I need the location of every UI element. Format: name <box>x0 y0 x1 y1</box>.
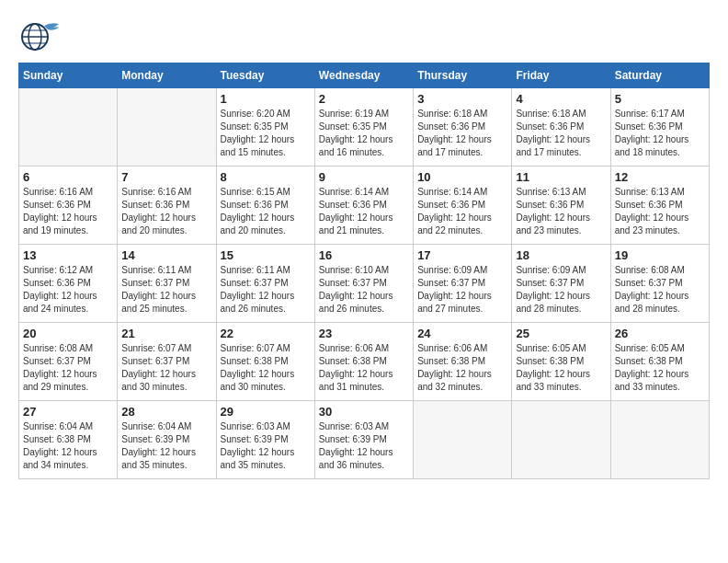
day-info: Sunrise: 6:13 AMSunset: 6:36 PMDaylight:… <box>615 186 705 237</box>
calendar-week-row: 27Sunrise: 6:04 AMSunset: 6:38 PMDayligh… <box>19 401 710 479</box>
day-number: 20 <box>23 327 113 340</box>
day-info: Sunrise: 6:07 AMSunset: 6:38 PMDaylight:… <box>221 342 311 394</box>
calendar-cell: 28Sunrise: 6:04 AMSunset: 6:39 PMDayligh… <box>118 401 216 479</box>
day-number: 3 <box>417 92 507 106</box>
calendar-cell: 25Sunrise: 6:05 AMSunset: 6:38 PMDayligh… <box>512 323 610 401</box>
weekday-header-thursday: Thursday <box>414 63 512 88</box>
calendar-week-row: 6Sunrise: 6:16 AMSunset: 6:36 PMDaylight… <box>19 167 710 245</box>
weekday-header-wednesday: Wednesday <box>314 63 413 88</box>
day-info: Sunrise: 6:06 AMSunset: 6:38 PMDaylight:… <box>319 342 409 394</box>
day-info: Sunrise: 6:19 AMSunset: 6:35 PMDaylight:… <box>319 108 409 159</box>
calendar-cell: 3Sunrise: 6:18 AMSunset: 6:36 PMDaylight… <box>414 88 512 167</box>
calendar-cell: 9Sunrise: 6:14 AMSunset: 6:36 PMDaylight… <box>314 167 413 245</box>
day-info: Sunrise: 6:05 AMSunset: 6:38 PMDaylight:… <box>516 342 606 394</box>
calendar-cell: 13Sunrise: 6:12 AMSunset: 6:36 PMDayligh… <box>19 245 118 323</box>
day-info: Sunrise: 6:04 AMSunset: 6:38 PMDaylight:… <box>23 420 113 472</box>
day-number: 5 <box>615 92 705 106</box>
day-info: Sunrise: 6:09 AMSunset: 6:37 PMDaylight:… <box>516 264 606 316</box>
calendar-cell: 2Sunrise: 6:19 AMSunset: 6:35 PMDaylight… <box>314 88 413 167</box>
calendar-cell: 11Sunrise: 6:13 AMSunset: 6:36 PMDayligh… <box>512 167 610 245</box>
day-number: 9 <box>319 170 409 184</box>
calendar-cell <box>118 88 216 167</box>
day-number: 13 <box>23 248 113 262</box>
day-info: Sunrise: 6:11 AMSunset: 6:37 PMDaylight:… <box>121 264 211 316</box>
day-info: Sunrise: 6:18 AMSunset: 6:36 PMDaylight:… <box>417 108 507 159</box>
calendar-cell: 12Sunrise: 6:13 AMSunset: 6:36 PMDayligh… <box>610 167 709 245</box>
day-number: 28 <box>121 405 211 419</box>
day-number: 10 <box>417 170 507 184</box>
day-number: 25 <box>516 327 606 340</box>
logo-icon <box>18 18 63 53</box>
day-number: 18 <box>516 248 606 262</box>
day-number: 1 <box>221 92 311 106</box>
day-number: 30 <box>319 405 409 419</box>
calendar-cell: 17Sunrise: 6:09 AMSunset: 6:37 PMDayligh… <box>414 245 512 323</box>
day-number: 21 <box>121 327 211 340</box>
weekday-header-monday: Monday <box>118 63 216 88</box>
page-header <box>18 18 710 53</box>
calendar-cell: 7Sunrise: 6:16 AMSunset: 6:36 PMDaylight… <box>118 167 216 245</box>
day-info: Sunrise: 6:03 AMSunset: 6:39 PMDaylight:… <box>319 420 409 472</box>
day-info: Sunrise: 6:16 AMSunset: 6:36 PMDaylight:… <box>23 186 113 237</box>
day-info: Sunrise: 6:08 AMSunset: 6:37 PMDaylight:… <box>23 342 113 394</box>
day-number: 23 <box>319 327 409 340</box>
calendar-week-row: 13Sunrise: 6:12 AMSunset: 6:36 PMDayligh… <box>19 245 710 323</box>
calendar-cell: 21Sunrise: 6:07 AMSunset: 6:37 PMDayligh… <box>118 323 216 401</box>
calendar-cell: 27Sunrise: 6:04 AMSunset: 6:38 PMDayligh… <box>19 401 118 479</box>
calendar-cell: 24Sunrise: 6:06 AMSunset: 6:38 PMDayligh… <box>414 323 512 401</box>
day-info: Sunrise: 6:11 AMSunset: 6:37 PMDaylight:… <box>221 264 311 316</box>
calendar-cell: 26Sunrise: 6:05 AMSunset: 6:38 PMDayligh… <box>610 323 709 401</box>
day-info: Sunrise: 6:12 AMSunset: 6:36 PMDaylight:… <box>23 264 113 316</box>
day-number: 8 <box>221 170 311 184</box>
weekday-header-friday: Friday <box>512 63 610 88</box>
calendar-cell: 30Sunrise: 6:03 AMSunset: 6:39 PMDayligh… <box>314 401 413 479</box>
day-number: 2 <box>319 92 409 106</box>
calendar-cell: 16Sunrise: 6:10 AMSunset: 6:37 PMDayligh… <box>314 245 413 323</box>
day-info: Sunrise: 6:06 AMSunset: 6:38 PMDaylight:… <box>417 342 507 394</box>
calendar-cell: 14Sunrise: 6:11 AMSunset: 6:37 PMDayligh… <box>118 245 216 323</box>
calendar-header-row: SundayMondayTuesdayWednesdayThursdayFrid… <box>19 63 710 88</box>
calendar-cell: 4Sunrise: 6:18 AMSunset: 6:36 PMDaylight… <box>512 88 610 167</box>
calendar-cell: 5Sunrise: 6:17 AMSunset: 6:36 PMDaylight… <box>610 88 709 167</box>
day-number: 11 <box>516 170 606 184</box>
calendar-cell: 19Sunrise: 6:08 AMSunset: 6:37 PMDayligh… <box>610 245 709 323</box>
calendar-cell: 1Sunrise: 6:20 AMSunset: 6:35 PMDaylight… <box>216 88 314 167</box>
calendar-cell <box>414 401 512 479</box>
calendar-cell <box>512 401 610 479</box>
day-info: Sunrise: 6:05 AMSunset: 6:38 PMDaylight:… <box>615 342 705 394</box>
day-info: Sunrise: 6:03 AMSunset: 6:39 PMDaylight:… <box>221 420 311 472</box>
day-number: 24 <box>417 327 507 340</box>
calendar-cell: 8Sunrise: 6:15 AMSunset: 6:36 PMDaylight… <box>216 167 314 245</box>
day-info: Sunrise: 6:09 AMSunset: 6:37 PMDaylight:… <box>417 264 507 316</box>
day-number: 29 <box>221 405 311 419</box>
calendar-cell: 23Sunrise: 6:06 AMSunset: 6:38 PMDayligh… <box>314 323 413 401</box>
weekday-header-tuesday: Tuesday <box>216 63 314 88</box>
day-number: 12 <box>615 170 705 184</box>
weekday-header-sunday: Sunday <box>19 63 118 88</box>
day-number: 17 <box>417 248 507 262</box>
day-info: Sunrise: 6:08 AMSunset: 6:37 PMDaylight:… <box>615 264 705 316</box>
calendar-table: SundayMondayTuesdayWednesdayThursdayFrid… <box>18 63 710 479</box>
day-number: 7 <box>121 170 211 184</box>
calendar-week-row: 20Sunrise: 6:08 AMSunset: 6:37 PMDayligh… <box>19 323 710 401</box>
day-number: 27 <box>23 405 113 419</box>
calendar-cell <box>19 88 118 167</box>
calendar-week-row: 1Sunrise: 6:20 AMSunset: 6:35 PMDaylight… <box>19 88 710 167</box>
day-number: 4 <box>516 92 606 106</box>
day-number: 26 <box>615 327 705 340</box>
day-info: Sunrise: 6:13 AMSunset: 6:36 PMDaylight:… <box>516 186 606 237</box>
day-info: Sunrise: 6:18 AMSunset: 6:36 PMDaylight:… <box>516 108 606 159</box>
calendar-cell: 20Sunrise: 6:08 AMSunset: 6:37 PMDayligh… <box>19 323 118 401</box>
day-info: Sunrise: 6:14 AMSunset: 6:36 PMDaylight:… <box>417 186 507 237</box>
day-info: Sunrise: 6:15 AMSunset: 6:36 PMDaylight:… <box>221 186 311 237</box>
day-number: 19 <box>615 248 705 262</box>
day-info: Sunrise: 6:10 AMSunset: 6:37 PMDaylight:… <box>319 264 409 316</box>
day-number: 14 <box>121 248 211 262</box>
calendar-cell <box>610 401 709 479</box>
day-info: Sunrise: 6:16 AMSunset: 6:36 PMDaylight:… <box>121 186 211 237</box>
calendar-cell: 22Sunrise: 6:07 AMSunset: 6:38 PMDayligh… <box>216 323 314 401</box>
calendar-cell: 29Sunrise: 6:03 AMSunset: 6:39 PMDayligh… <box>216 401 314 479</box>
calendar-cell: 15Sunrise: 6:11 AMSunset: 6:37 PMDayligh… <box>216 245 314 323</box>
calendar-cell: 10Sunrise: 6:14 AMSunset: 6:36 PMDayligh… <box>414 167 512 245</box>
day-info: Sunrise: 6:07 AMSunset: 6:37 PMDaylight:… <box>121 342 211 394</box>
